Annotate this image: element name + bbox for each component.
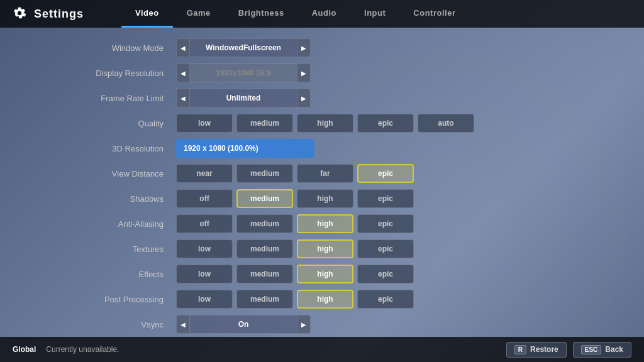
- frame-rate-label: Frame Rate Limit: [50, 94, 176, 103]
- frame-rate-value: Unlimited: [190, 89, 297, 107]
- post-processing-label: Post Processing: [50, 295, 176, 304]
- post-processing-epic[interactable]: epic: [357, 290, 414, 309]
- app-title-group: Settings: [13, 6, 84, 21]
- anti-aliasing-high[interactable]: high: [297, 214, 353, 233]
- anti-aliasing-label: Anti-Aliasing: [50, 219, 176, 229]
- footer-left: Global Currently unavailable.: [13, 345, 119, 354]
- textures-controls: low medium high epic: [176, 239, 414, 258]
- anti-aliasing-medium[interactable]: medium: [236, 214, 293, 233]
- window-mode-value: WindowedFullscreen: [190, 38, 297, 57]
- display-resolution-controls: ◀ 1920x1080 16:9 ▶: [176, 63, 311, 82]
- post-processing-row: Post Processing low medium high epic: [50, 288, 594, 310]
- quality-low[interactable]: low: [176, 114, 233, 133]
- tab-controller[interactable]: Controller: [399, 0, 469, 28]
- textures-high[interactable]: high: [297, 239, 353, 258]
- frame-rate-next[interactable]: ▶: [297, 89, 311, 107]
- effects-row: Effects low medium high epic: [50, 263, 594, 285]
- vsync-controls: ◀ On ▶: [176, 315, 311, 334]
- textures-epic[interactable]: epic: [357, 239, 414, 258]
- window-mode-label: Window Mode: [50, 43, 176, 53]
- shadows-epic[interactable]: epic: [357, 189, 414, 208]
- footer-right: R Restore ESC Back: [506, 342, 631, 358]
- view-distance-epic[interactable]: epic: [357, 164, 414, 183]
- shadows-label: Shadows: [50, 194, 176, 204]
- vsync-label: Vsync: [50, 320, 176, 329]
- quality-medium[interactable]: medium: [236, 114, 293, 133]
- vsync-prev[interactable]: ◀: [176, 315, 190, 334]
- app-title: Settings: [34, 8, 84, 21]
- post-processing-high[interactable]: high: [297, 290, 353, 309]
- footer-global-label: Global: [13, 345, 36, 354]
- settings-content: Window Mode ◀ WindowedFullscreen ▶ Displ…: [0, 28, 644, 337]
- restore-key: R: [514, 345, 526, 354]
- textures-row: Textures low medium high epic: [50, 238, 594, 260]
- quality-epic[interactable]: epic: [357, 114, 414, 133]
- anti-aliasing-controls: off medium high epic: [176, 214, 414, 233]
- window-mode-row: Window Mode ◀ WindowedFullscreen ▶: [50, 37, 594, 58]
- window-mode-controls: ◀ WindowedFullscreen ▶: [176, 38, 311, 57]
- footer-status: Currently unavailable.: [46, 345, 119, 354]
- quality-row: Quality low medium high epic auto: [50, 112, 594, 134]
- vsync-value: On: [190, 315, 297, 334]
- display-resolution-value: 1920x1080 16:9: [190, 63, 297, 82]
- view-distance-controls: near medium far epic: [176, 164, 414, 183]
- vsync-row: Vsync ◀ On ▶: [50, 314, 594, 335]
- view-distance-far[interactable]: far: [297, 164, 353, 183]
- quality-label: Quality: [50, 119, 176, 128]
- anti-aliasing-row: Anti-Aliasing off medium high epic: [50, 213, 594, 234]
- gear-icon: [13, 6, 28, 21]
- tab-game[interactable]: Game: [173, 0, 225, 28]
- tab-input[interactable]: Input: [350, 0, 399, 28]
- back-label: Back: [605, 345, 623, 354]
- effects-controls: low medium high epic: [176, 265, 414, 283]
- display-resolution-prev[interactable]: ◀: [176, 63, 190, 82]
- quality-controls: low medium high epic auto: [176, 114, 474, 133]
- frame-rate-row: Frame Rate Limit ◀ Unlimited ▶: [50, 87, 594, 109]
- shadows-off[interactable]: off: [176, 189, 233, 208]
- textures-medium[interactable]: medium: [236, 239, 293, 258]
- effects-low[interactable]: low: [176, 265, 233, 283]
- view-distance-medium[interactable]: medium: [236, 164, 293, 183]
- shadows-row: Shadows off medium high epic: [50, 188, 594, 209]
- nav-tabs: Video Game Brightness Audio Input Contro…: [121, 0, 469, 28]
- post-processing-medium[interactable]: medium: [236, 290, 293, 309]
- effects-high[interactable]: high: [297, 265, 353, 283]
- shadows-high[interactable]: high: [297, 189, 353, 208]
- anti-aliasing-epic[interactable]: epic: [357, 214, 414, 233]
- anti-aliasing-off[interactable]: off: [176, 214, 233, 233]
- view-distance-row: View Distance near medium far epic: [50, 163, 594, 184]
- tab-video[interactable]: Video: [121, 0, 173, 28]
- restore-button[interactable]: R Restore: [506, 342, 567, 358]
- resolution-3d-value: 1920 x 1080 (100.0%): [176, 139, 314, 158]
- post-processing-low[interactable]: low: [176, 290, 233, 309]
- shadows-medium[interactable]: medium: [236, 189, 293, 208]
- header: Settings Video Game Brightness Audio Inp…: [0, 0, 644, 28]
- effects-label: Effects: [50, 270, 176, 279]
- tab-brightness[interactable]: Brightness: [225, 0, 298, 28]
- tab-audio[interactable]: Audio: [298, 0, 350, 28]
- effects-epic[interactable]: epic: [357, 265, 414, 283]
- textures-low[interactable]: low: [176, 239, 233, 258]
- resolution-3d-label: 3D Resolution: [50, 144, 176, 153]
- back-key: ESC: [581, 345, 602, 354]
- effects-medium[interactable]: medium: [236, 265, 293, 283]
- back-button[interactable]: ESC Back: [573, 342, 631, 358]
- footer: Global Currently unavailable. R Restore …: [0, 337, 644, 362]
- resolution-3d-row: 3D Resolution 1920 x 1080 (100.0%): [50, 138, 594, 159]
- display-resolution-row: Display Resolution ◀ 1920x1080 16:9 ▶: [50, 62, 594, 84]
- textures-label: Textures: [50, 244, 176, 254]
- view-distance-label: View Distance: [50, 169, 176, 178]
- vsync-next[interactable]: ▶: [297, 315, 311, 334]
- window-mode-prev[interactable]: ◀: [176, 38, 190, 57]
- window-mode-next[interactable]: ▶: [297, 38, 311, 57]
- frame-rate-controls: ◀ Unlimited ▶: [176, 89, 311, 107]
- shadows-controls: off medium high epic: [176, 189, 414, 208]
- quality-auto[interactable]: auto: [418, 114, 474, 133]
- frame-rate-prev[interactable]: ◀: [176, 89, 190, 107]
- view-distance-near[interactable]: near: [176, 164, 233, 183]
- post-processing-controls: low medium high epic: [176, 290, 414, 309]
- restore-label: Restore: [530, 345, 558, 354]
- display-resolution-next[interactable]: ▶: [297, 63, 311, 82]
- quality-high[interactable]: high: [297, 114, 353, 133]
- display-resolution-label: Display Resolution: [50, 69, 176, 78]
